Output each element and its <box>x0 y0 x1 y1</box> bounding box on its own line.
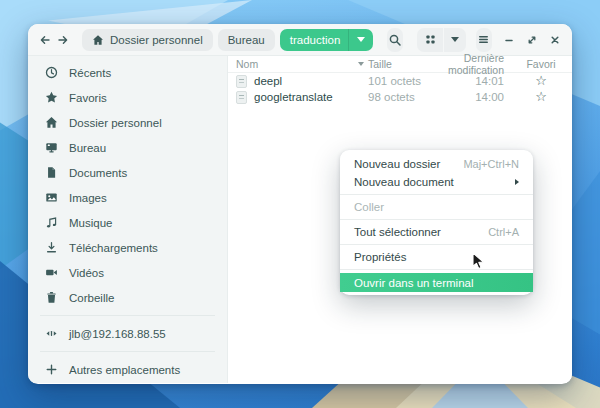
column-label: Dernière modification <box>448 52 504 76</box>
plus-icon <box>44 363 58 376</box>
file-name-cell: deepl <box>236 75 368 88</box>
menu-item-label: Ouvrir dans un terminal <box>354 277 474 289</box>
sidebar-item-remote-server[interactable]: jlb@192.168.88.55 <box>28 321 227 346</box>
sidebar-item-label: Récents <box>69 67 111 79</box>
maximize-button[interactable] <box>525 29 538 51</box>
file-row[interactable]: deepl 101 octets 14:01 ☆ <box>228 73 572 89</box>
file-size: 98 octets <box>368 91 438 103</box>
sidebar-item-autres-emplacements[interactable]: Autres emplacements <box>28 357 227 382</box>
breadcrumb-label: Bureau <box>228 34 265 46</box>
sidebar-item-bureau[interactable]: Bureau <box>28 135 227 160</box>
sidebar-item-label: Favoris <box>69 92 107 104</box>
sidebar-item-musique[interactable]: Musique <box>28 210 227 235</box>
submenu-arrow-icon <box>515 179 519 185</box>
text-file-icon <box>236 75 247 88</box>
search-icon <box>388 33 402 47</box>
column-header-modified[interactable]: Dernière modification <box>438 52 518 76</box>
menu-item-label: Nouveau dossier <box>354 158 440 170</box>
sidebar-item-label: Corbeille <box>69 292 114 304</box>
sidebar-item-label: Autres emplacements <box>69 364 180 376</box>
sidebar-item-label: Bureau <box>69 142 106 154</box>
menu-shortcut: Ctrl+A <box>488 226 519 238</box>
document-icon <box>44 166 58 179</box>
view-options-button[interactable] <box>444 28 466 52</box>
minimize-icon <box>503 34 515 46</box>
home-icon <box>92 34 104 46</box>
sidebar-item-favoris[interactable]: Favoris <box>28 85 227 110</box>
sidebar-item-label: Dossier personnel <box>69 117 162 129</box>
file-name: deepl <box>254 75 282 87</box>
column-label: Nom <box>236 58 258 70</box>
sidebar-item-videos[interactable]: Vidéos <box>28 260 227 285</box>
text-file-icon <box>236 91 247 104</box>
trash-icon <box>44 291 58 304</box>
close-button[interactable] <box>549 29 562 51</box>
sidebar-item-telechargements[interactable]: Téléchargements <box>28 235 227 260</box>
breadcrumb-current[interactable]: traduction <box>280 29 374 51</box>
menu-separator <box>340 219 533 220</box>
favorite-star-icon[interactable]: ☆ <box>518 74 564 88</box>
maximize-icon <box>526 34 538 46</box>
breadcrumb-label: traduction <box>290 34 343 46</box>
home-icon <box>44 116 58 129</box>
menu-item-coller: Coller <box>340 198 533 216</box>
menu-item-nouveau-dossier[interactable]: Nouveau dossier Maj+Ctrl+N <box>340 155 533 173</box>
menu-separator <box>340 194 533 195</box>
grid-view-button[interactable] <box>417 28 443 52</box>
close-icon <box>549 34 561 46</box>
menu-item-nouveau-document[interactable]: Nouveau document <box>340 173 533 191</box>
music-icon <box>44 216 58 229</box>
column-header-size[interactable]: Taille <box>368 58 438 70</box>
sort-descending-icon[interactable] <box>358 62 364 66</box>
sidebar-item-label: Vidéos <box>69 267 104 279</box>
breadcrumb-label: Dossier personnel <box>110 34 203 46</box>
mouse-cursor <box>472 252 488 270</box>
back-button[interactable] <box>38 29 52 51</box>
search-button[interactable] <box>387 28 403 52</box>
column-header-name[interactable]: Nom <box>236 58 368 70</box>
file-manager-window: Dossier personnel Bureau traduction <box>28 24 572 384</box>
menu-item-proprietes[interactable]: Propriétés <box>340 248 533 266</box>
sidebar-item-corbeille[interactable]: Corbeille <box>28 285 227 310</box>
menu-item-label: Propriétés <box>354 251 406 263</box>
menu-item-ouvrir-terminal[interactable]: Ouvrir dans un terminal <box>340 273 533 292</box>
menu-separator <box>340 244 533 245</box>
file-row[interactable]: googletranslate 98 octets 14:00 ☆ <box>228 89 572 105</box>
file-name-cell: googletranslate <box>236 91 368 104</box>
grid-view-icon <box>424 33 437 46</box>
back-arrow-icon <box>38 33 52 47</box>
breadcrumb-home[interactable]: Dossier personnel <box>82 29 213 51</box>
column-headers: Nom Taille Dernière modification Favori <box>228 56 572 73</box>
forward-arrow-icon <box>56 33 70 47</box>
breadcrumb-menu-button[interactable] <box>348 29 373 51</box>
menu-item-label: Coller <box>354 201 384 213</box>
minimize-button[interactable] <box>502 29 515 51</box>
hamburger-menu-icon <box>477 33 490 46</box>
file-size: 101 octets <box>368 75 438 87</box>
main-menu-button[interactable] <box>476 28 492 52</box>
download-icon <box>44 241 58 254</box>
sidebar-separator <box>40 351 215 352</box>
desktop-icon <box>44 141 58 154</box>
chevron-down-icon <box>451 37 459 42</box>
sidebar-item-label: jlb@192.168.88.55 <box>69 328 166 340</box>
menu-shortcut: Maj+Ctrl+N <box>463 158 519 170</box>
column-header-favorite[interactable]: Favori <box>518 58 564 70</box>
forward-button[interactable] <box>56 29 70 51</box>
sidebar-item-documents[interactable]: Documents <box>28 160 227 185</box>
breadcrumb-bureau[interactable]: Bureau <box>218 29 275 51</box>
video-icon <box>44 266 58 279</box>
sidebar-item-label: Documents <box>69 167 127 179</box>
sidebar-item-label: Images <box>69 192 107 204</box>
sidebar-item-recents[interactable]: Récents <box>28 60 227 85</box>
chevron-down-icon <box>357 37 365 42</box>
menu-item-label: Nouveau document <box>354 176 454 188</box>
file-modified: 14:00 <box>438 91 518 103</box>
column-label: Taille <box>368 58 392 70</box>
sidebar: Récents Favoris Dossier personnel Bureau <box>28 56 228 383</box>
sidebar-item-dossier-personnel[interactable]: Dossier personnel <box>28 110 227 135</box>
breadcrumb: Dossier personnel Bureau traduction <box>82 29 373 51</box>
favorite-star-icon[interactable]: ☆ <box>518 90 564 104</box>
sidebar-item-images[interactable]: Images <box>28 185 227 210</box>
menu-item-tout-selectionner[interactable]: Tout sélectionner Ctrl+A <box>340 223 533 241</box>
